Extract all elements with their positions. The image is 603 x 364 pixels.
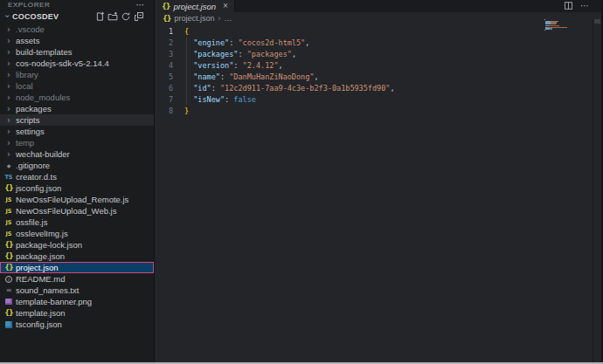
- close-tab-icon[interactable]: ×: [223, 2, 228, 10]
- explorer-item-package-json[interactable]: {}package.json: [0, 251, 154, 262]
- explorer-item-creator-d-ts[interactable]: TScreator.d.ts: [0, 171, 154, 182]
- item-label: package-lock.json: [16, 240, 82, 250]
- chevron-right-icon: ›: [7, 48, 10, 57]
- scrollbar-slider[interactable]: [594, 19, 600, 24]
- explorer-item-library[interactable]: ›library: [0, 69, 154, 80]
- refresh-icon[interactable]: [121, 11, 131, 22]
- token: "packages": [193, 50, 238, 58]
- explorer-item-template-banner-png[interactable]: template-banner.png: [0, 296, 154, 307]
- token: :: [220, 72, 229, 81]
- code-line: 6 "id": "12c2d911-7aa9-4c3e-b2f3-0a1b593…: [156, 82, 603, 93]
- item-label: project.json: [16, 263, 59, 272]
- explorer-item-build-templates[interactable]: ›build-templates: [0, 46, 154, 58]
- token: ,: [305, 38, 309, 47]
- explorer-item-scripts[interactable]: ›scripts: [0, 114, 154, 126]
- token: :: [233, 61, 242, 70]
- explorer-item-project-json[interactable]: {}project.json: [0, 262, 154, 273]
- code-line: 4 "version": "2.4.12",: [156, 59, 603, 71]
- tab-bar: {} project.json × ⋯: [156, 0, 603, 12]
- token: :: [225, 95, 233, 104]
- item-label: temp: [16, 138, 34, 148]
- item-label: wechat-builder: [16, 149, 70, 159]
- explorer-item-packages[interactable]: ›packages: [0, 103, 154, 114]
- item-label: package.json: [16, 251, 65, 261]
- breadcrumb-file[interactable]: project.json: [174, 14, 214, 23]
- item-label: jsconfig.json: [16, 183, 61, 193]
- tab-project-json[interactable]: {} project.json ×: [156, 0, 235, 12]
- token: ,: [279, 61, 283, 70]
- token: "engine": [193, 38, 229, 47]
- explorer-item-package-lock-json[interactable]: {}package-lock.json: [0, 239, 154, 251]
- vscode-window: EXPLORER ⋯ › COCOSDEV: [0, 0, 603, 364]
- explorer-item-sound-names-txt[interactable]: ≡sound_names.txt: [0, 285, 154, 296]
- explorer-item-temp[interactable]: ›temp: [0, 137, 154, 148]
- token: }: [184, 106, 189, 115]
- json-icon: {}: [4, 241, 12, 249]
- editor-more-icon[interactable]: ⋯: [580, 3, 589, 10]
- explorer-title: EXPLORER: [8, 1, 50, 9]
- explorer-item-assets[interactable]: ›assets: [0, 35, 154, 46]
- line-content: {: [173, 27, 189, 36]
- minimap-seg: [566, 27, 567, 28]
- explorer-item-tsconfig-json[interactable]: tsconfig.json: [0, 319, 154, 330]
- line-number: 7: [156, 95, 173, 104]
- token: "2.4.12": [243, 61, 279, 70]
- explorer-item-gitignore[interactable]: ◆.gitignore: [0, 160, 154, 171]
- breadcrumb-more[interactable]: …: [224, 14, 232, 23]
- chevron-right-icon: ›: [7, 93, 10, 102]
- collapse-all-icon[interactable]: [134, 11, 144, 22]
- explorer-item-jsconfig-json[interactable]: {}jsconfig.json: [0, 182, 154, 194]
- explorer-sidebar: EXPLORER ⋯ › COCOSDEV: [0, 0, 155, 364]
- breadcrumb[interactable]: {} project.json › …: [156, 12, 603, 24]
- line-number: 3: [156, 50, 173, 58]
- item-label: build-templates: [16, 47, 72, 57]
- tsconfig-icon: [5, 321, 12, 328]
- line-content: "version": "2.4.12",: [173, 61, 283, 70]
- js-icon: JS: [5, 208, 11, 215]
- split-editor-icon[interactable]: [564, 0, 573, 14]
- code-line: 2 "engine": "cocos2d-html5",: [156, 37, 603, 48]
- chevron-right-icon: ›: [7, 127, 10, 136]
- token: :: [229, 38, 238, 47]
- item-label: .gitignore: [16, 161, 50, 170]
- item-label: osslevelImg.js: [16, 229, 68, 238]
- item-label: NewOssFileUpload_Web.js: [16, 206, 116, 216]
- minimap-seg: [558, 21, 558, 22]
- explorer-item-ossfile-js[interactable]: JSossfile.js: [0, 216, 154, 228]
- explorer-item-settings[interactable]: ›settings: [0, 126, 154, 137]
- line-content: "name": "DanMuHanZiNaoDong",: [173, 72, 319, 81]
- explorer-item-readme-md[interactable]: iREADME.md: [0, 273, 154, 285]
- image-icon: [5, 299, 12, 305]
- new-folder-icon[interactable]: [107, 11, 118, 22]
- editor-scrollbar[interactable]: [593, 19, 601, 364]
- project-name: COCOSDEV: [12, 12, 59, 21]
- item-label: NewOssFileUpload_Remote.js: [16, 195, 128, 204]
- explorer-item-cos-nodejs-sdk-v5-2-14-4[interactable]: ›cos-nodejs-sdk-v5-2.14.4: [0, 58, 154, 69]
- code-line: 5 "name": "DanMuHanZiNaoDong",: [156, 71, 603, 82]
- line-number: 2: [156, 38, 173, 47]
- token: "isNew": [193, 95, 225, 104]
- explorer-tree: ›.vscode›assets›build-templates›cos-node…: [0, 24, 154, 364]
- explorer-item-newossfileupload-remote-js[interactable]: JSNewOssFileUpload_Remote.js: [0, 194, 154, 205]
- explorer-more-icon[interactable]: ⋯: [135, 2, 145, 9]
- token: "packages": [247, 50, 292, 58]
- code-area[interactable]: 1{2 "engine": "cocos2d-html5",3 "package…: [156, 24, 603, 116]
- code-line: 8}: [156, 105, 603, 116]
- explorer-item-newossfileupload-web-js[interactable]: JSNewOssFileUpload_Web.js: [0, 205, 154, 216]
- chevron-down-icon: ›: [3, 12, 12, 21]
- explorer-item-wechat-builder[interactable]: ›wechat-builder: [0, 148, 154, 160]
- chevron-right-icon: ›: [218, 14, 220, 23]
- explorer-item-node-modules[interactable]: ›node_modules: [0, 92, 154, 103]
- minimap[interactable]: [544, 19, 571, 31]
- tab-label: project.json: [173, 2, 216, 11]
- explorer-item-template-json[interactable]: {}template.json: [0, 307, 154, 319]
- js-icon: JS: [5, 230, 11, 237]
- new-file-icon[interactable]: [94, 11, 105, 22]
- explorer-item-vscode[interactable]: ›.vscode: [0, 24, 154, 35]
- token: "version": [193, 61, 233, 70]
- explorer-project-header[interactable]: › COCOSDEV: [0, 9, 154, 24]
- explorer-item-osslevelimg-js[interactable]: JSosslevelImg.js: [0, 228, 154, 239]
- explorer-item-local[interactable]: ›local: [0, 80, 154, 92]
- indent-guide: [186, 37, 187, 105]
- js-icon: JS: [5, 219, 11, 226]
